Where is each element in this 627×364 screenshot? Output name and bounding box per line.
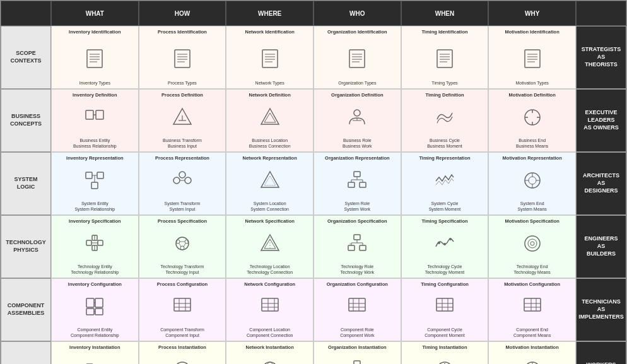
cell-title: Network Identification [245, 29, 294, 35]
svg-marker-36 [261, 109, 279, 124]
row-label-scope: SCOPECONTEXTS [1, 26, 51, 89]
cell-icon [83, 106, 106, 129]
svg-rect-48 [91, 182, 98, 189]
cell-icon [171, 358, 194, 364]
svg-rect-30 [86, 110, 93, 119]
svg-point-98 [449, 238, 452, 240]
cell-labels: Business EntityBusiness Relationship [73, 138, 117, 149]
svg-rect-113 [262, 298, 278, 311]
cell-r0-c5: Motivation Identification Motivation Typ… [488, 26, 576, 89]
cell-icon [433, 232, 456, 255]
cell-title: Timing Identification [421, 29, 467, 35]
cell-icon [171, 46, 194, 69]
svg-rect-104 [86, 308, 94, 315]
cell-labels: System LocationSystem Connection [250, 201, 289, 212]
row-label-right-technicians: TECHNICIANSASIMPLEMENTERS [576, 278, 626, 341]
corner-top-left [1, 1, 51, 26]
cell-title: Inventory Specification [69, 218, 121, 224]
cell-title: Process Specification [158, 218, 207, 224]
cell-labels: Component LocationComponent Connection [247, 327, 293, 338]
svg-rect-60 [360, 182, 366, 187]
cell-title: Network Specification [245, 218, 294, 224]
cell-title: Motivation Definition [509, 92, 556, 98]
cell-labels: Process Types [168, 80, 197, 86]
svg-rect-108 [174, 298, 190, 311]
cell-title: Inventory Definition [73, 92, 117, 98]
cell-r2-c0: Inventory Representation System EntitySy… [51, 152, 139, 215]
cell-title: Timing Representation [419, 155, 470, 161]
cell-r4-c5: Motivation Configuration Component EndCo… [488, 278, 576, 341]
cell-r1-c0: Inventory Definition Business EntityBusi… [51, 89, 139, 152]
cell-r4-c2: Network Configuration Component Location… [226, 278, 314, 341]
cell-r0-c1: Process Identification Process Types [139, 26, 226, 89]
cell-title: Organization Representation [325, 155, 390, 161]
cell-title: Organization Definition [331, 92, 384, 98]
cell-labels: Technology CycleTechnology Moment [425, 264, 465, 275]
cell-title: Motivation Identification [505, 29, 560, 35]
cell-title: Timing Definition [425, 92, 464, 98]
cell-title: Organization Configuration [327, 281, 388, 287]
col-header-how: HOW [139, 1, 226, 26]
row-label-technology: TECHNOLOGYPHYSICS [1, 215, 51, 278]
cell-r2-c1: Process Representation System TransformS… [139, 152, 226, 215]
cell-labels: Component EndComponent Means [513, 327, 551, 338]
col-header-where: WHERE [226, 1, 314, 26]
cell-title: Organization Instantiation [328, 344, 387, 350]
cell-icon [346, 106, 368, 129]
cell-r4-c3: Organization Configuration Component Rol… [314, 278, 401, 341]
svg-rect-118 [349, 298, 365, 311]
row-label-right-engineers: ENGINEERSASBUILDERS [576, 215, 626, 278]
cell-icon [433, 46, 456, 69]
svg-rect-102 [86, 298, 94, 307]
cell-labels: System EndSystem Means [518, 201, 547, 212]
cell-title: Inventory Representation [66, 155, 123, 161]
svg-point-100 [528, 239, 537, 248]
cell-title: Timing Configuration [421, 281, 469, 287]
cell-title: Motivation Configuration [504, 281, 560, 287]
svg-rect-47 [97, 172, 103, 179]
cell-labels: Technology LocationTechnology Connection [247, 264, 293, 275]
svg-rect-89 [348, 245, 355, 250]
cell-r2-c5: Motivation Representation System EndSyst… [488, 152, 576, 215]
row-label-right-architects: ARCHITECTSASDESIGNERS [576, 152, 626, 215]
cell-icon [346, 295, 368, 318]
corner-top-right [576, 1, 626, 26]
cell-icon [346, 358, 368, 364]
cell-title: Network Configuration [244, 281, 295, 287]
svg-rect-105 [95, 308, 103, 315]
svg-marker-56 [261, 172, 279, 187]
cell-labels: Technology EntityTechnology Relationship [71, 264, 119, 275]
row-label-right-workers: WORKERSASPARTICIPANTS [576, 341, 626, 364]
cell-r3-c0: Inventory Specification Technology Entit… [51, 215, 139, 278]
cell-r1-c1: Process Definition Business TransformBus… [139, 89, 226, 152]
cell-title: Network Definition [249, 92, 291, 98]
cell-labels: Component TransformComponent Input [160, 327, 204, 338]
svg-line-83 [179, 244, 181, 247]
col-header-what: WHAT [51, 1, 139, 26]
cell-r5-c3: Organization Instantiation Operations Ro… [314, 341, 401, 364]
cell-title: Process Representation [155, 155, 209, 161]
svg-marker-57 [264, 176, 276, 185]
cell-r5-c1: Process Instantiation Operations Transfo… [139, 341, 226, 364]
svg-point-96 [438, 242, 440, 244]
cell-icon [83, 46, 106, 69]
cell-icon [259, 232, 281, 255]
cell-title: Process Definition [161, 92, 203, 98]
svg-rect-10 [262, 50, 278, 68]
cell-r0-c4: Timing Identification Timing Types [401, 26, 489, 89]
cell-title: Network Instantiation [246, 344, 294, 350]
cell-title: Process Instantiation [158, 344, 206, 350]
svg-rect-72 [98, 240, 103, 245]
svg-point-52 [185, 177, 191, 184]
cell-labels: Component CycleComponent Moment [425, 327, 464, 338]
cell-labels: Network Types [255, 80, 284, 86]
svg-rect-90 [360, 245, 366, 250]
cell-icon: 12 [433, 358, 456, 364]
cell-icon [83, 358, 106, 364]
cell-r0-c0: Inventory Identification Inventory Types [51, 26, 139, 89]
cell-labels: Component RoleComponent Work [340, 327, 374, 338]
cell-r2-c2: Network Representation System LocationSy… [226, 152, 314, 215]
cell-labels: Organization Types [338, 80, 376, 86]
cell-r5-c0: Inventory Instantiation Operations Entit… [51, 341, 139, 364]
svg-rect-0 [87, 50, 102, 68]
